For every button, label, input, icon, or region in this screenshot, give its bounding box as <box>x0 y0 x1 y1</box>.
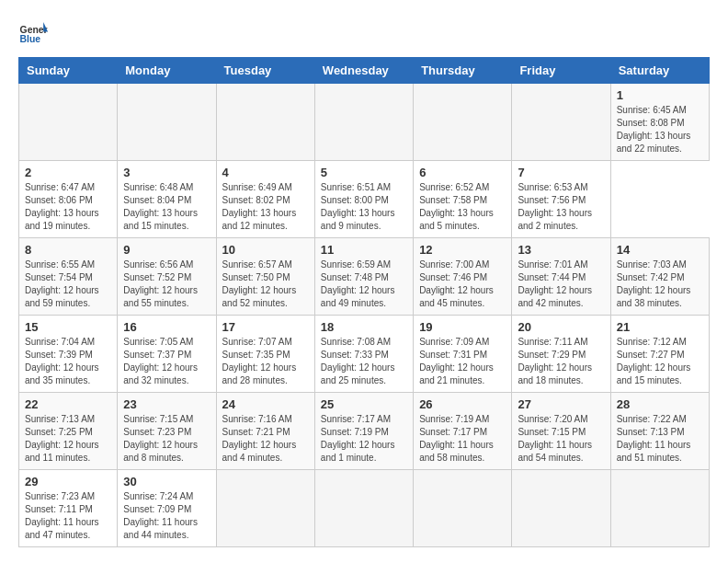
day-cell-13: 13Sunrise: 7:01 AMSunset: 7:44 PMDayligh… <box>512 238 610 316</box>
day-number: 6 <box>419 166 506 179</box>
day-cell-12: 12Sunrise: 7:00 AMSunset: 7:46 PMDayligh… <box>414 238 512 316</box>
day-cell-30: 30Sunrise: 7:24 AMSunset: 7:09 PMDayligh… <box>118 470 216 547</box>
day-info: Sunrise: 7:20 AMSunset: 7:15 PMDaylight:… <box>518 413 604 465</box>
day-number: 26 <box>419 397 506 411</box>
day-info: Sunrise: 7:04 AMSunset: 7:39 PMDaylight:… <box>25 336 111 387</box>
empty-cell <box>118 84 216 161</box>
day-number: 3 <box>123 166 210 179</box>
calendar-week-4: 15Sunrise: 7:04 AMSunset: 7:39 PMDayligh… <box>19 316 710 393</box>
day-number: 25 <box>321 397 407 411</box>
day-cell-28: 28Sunrise: 7:22 AMSunset: 7:13 PMDayligh… <box>610 393 709 470</box>
day-cell-2: 2Sunrise: 6:47 AMSunset: 8:06 PMDaylight… <box>19 161 118 238</box>
day-number: 28 <box>617 397 703 411</box>
day-info: Sunrise: 7:09 AMSunset: 7:31 PMDaylight:… <box>419 336 506 387</box>
empty-cell <box>19 84 118 161</box>
empty-cell <box>512 470 610 547</box>
col-header-tuesday: Tuesday <box>216 58 314 84</box>
day-number: 19 <box>419 320 506 334</box>
day-info: Sunrise: 6:48 AMSunset: 8:04 PMDaylight:… <box>123 181 210 233</box>
day-cell-6: 6Sunrise: 6:52 AMSunset: 7:58 PMDaylight… <box>414 161 512 238</box>
day-cell-26: 26Sunrise: 7:19 AMSunset: 7:17 PMDayligh… <box>414 393 512 470</box>
day-cell-3: 3Sunrise: 6:48 AMSunset: 8:04 PMDaylight… <box>118 161 216 238</box>
day-cell-15: 15Sunrise: 7:04 AMSunset: 7:39 PMDayligh… <box>19 316 118 393</box>
day-info: Sunrise: 7:16 AMSunset: 7:21 PMDaylight:… <box>222 413 309 465</box>
day-cell-10: 10Sunrise: 6:57 AMSunset: 7:50 PMDayligh… <box>216 238 314 316</box>
day-number: 10 <box>222 243 309 257</box>
empty-cell <box>216 84 314 161</box>
day-info: Sunrise: 6:57 AMSunset: 7:50 PMDaylight:… <box>222 259 309 310</box>
day-number: 1 <box>617 88 703 102</box>
day-info: Sunrise: 7:24 AMSunset: 7:09 PMDaylight:… <box>123 490 210 542</box>
col-header-wednesday: Wednesday <box>314 58 413 84</box>
day-number: 27 <box>518 397 604 411</box>
day-cell-24: 24Sunrise: 7:16 AMSunset: 7:21 PMDayligh… <box>216 393 314 470</box>
empty-cell <box>610 470 709 547</box>
day-cell-22: 22Sunrise: 7:13 AMSunset: 7:25 PMDayligh… <box>19 393 118 470</box>
day-cell-20: 20Sunrise: 7:11 AMSunset: 7:29 PMDayligh… <box>512 316 610 393</box>
day-info: Sunrise: 7:05 AMSunset: 7:37 PMDaylight:… <box>123 336 210 387</box>
svg-text:Blue: Blue <box>20 34 41 44</box>
empty-cell <box>314 84 413 161</box>
calendar-week-5: 22Sunrise: 7:13 AMSunset: 7:25 PMDayligh… <box>19 393 710 470</box>
day-number: 2 <box>25 166 111 179</box>
day-cell-27: 27Sunrise: 7:20 AMSunset: 7:15 PMDayligh… <box>512 393 610 470</box>
empty-cell <box>314 470 413 547</box>
day-number: 12 <box>419 243 506 257</box>
day-info: Sunrise: 7:23 AMSunset: 7:11 PMDaylight:… <box>25 490 111 542</box>
calendar-header-row: SundayMondayTuesdayWednesdayThursdayFrid… <box>19 58 710 84</box>
day-cell-18: 18Sunrise: 7:08 AMSunset: 7:33 PMDayligh… <box>314 316 413 393</box>
day-cell-1: 1Sunrise: 6:45 AMSunset: 8:08 PMDaylight… <box>610 84 709 161</box>
day-number: 23 <box>123 397 210 411</box>
day-cell-29: 29Sunrise: 7:23 AMSunset: 7:11 PMDayligh… <box>19 470 118 547</box>
day-info: Sunrise: 6:59 AMSunset: 7:48 PMDaylight:… <box>321 259 407 310</box>
calendar-week-2: 2Sunrise: 6:47 AMSunset: 8:06 PMDaylight… <box>19 161 710 238</box>
day-number: 14 <box>617 243 703 257</box>
logo-icon: General Blue <box>18 18 48 48</box>
day-number: 22 <box>25 397 111 411</box>
day-cell-23: 23Sunrise: 7:15 AMSunset: 7:23 PMDayligh… <box>118 393 216 470</box>
day-number: 5 <box>321 166 407 179</box>
empty-cell <box>414 470 512 547</box>
empty-cell <box>414 84 512 161</box>
day-info: Sunrise: 7:01 AMSunset: 7:44 PMDaylight:… <box>518 259 604 310</box>
day-number: 16 <box>123 320 210 334</box>
day-number: 29 <box>25 475 111 488</box>
day-number: 18 <box>321 320 407 334</box>
empty-cell <box>512 84 610 161</box>
day-info: Sunrise: 6:51 AMSunset: 8:00 PMDaylight:… <box>321 181 407 233</box>
day-cell-9: 9Sunrise: 6:56 AMSunset: 7:52 PMDaylight… <box>118 238 216 316</box>
calendar-table: SundayMondayTuesdayWednesdayThursdayFrid… <box>18 57 710 547</box>
day-number: 11 <box>321 243 407 257</box>
day-number: 17 <box>222 320 309 334</box>
col-header-friday: Friday <box>512 58 610 84</box>
day-number: 20 <box>518 320 604 334</box>
day-info: Sunrise: 7:19 AMSunset: 7:17 PMDaylight:… <box>419 413 506 465</box>
col-header-thursday: Thursday <box>414 58 512 84</box>
calendar-week-1: 1Sunrise: 6:45 AMSunset: 8:08 PMDaylight… <box>19 84 710 161</box>
day-info: Sunrise: 6:45 AMSunset: 8:08 PMDaylight:… <box>617 104 703 155</box>
day-info: Sunrise: 7:08 AMSunset: 7:33 PMDaylight:… <box>321 336 407 387</box>
day-number: 21 <box>617 320 703 334</box>
day-info: Sunrise: 7:13 AMSunset: 7:25 PMDaylight:… <box>25 413 111 465</box>
day-info: Sunrise: 7:07 AMSunset: 7:35 PMDaylight:… <box>222 336 309 387</box>
day-info: Sunrise: 6:49 AMSunset: 8:02 PMDaylight:… <box>222 181 309 233</box>
col-header-saturday: Saturday <box>610 58 709 84</box>
empty-cell <box>216 470 314 547</box>
page-header: General Blue <box>18 18 710 48</box>
day-info: Sunrise: 6:52 AMSunset: 7:58 PMDaylight:… <box>419 181 506 233</box>
col-header-monday: Monday <box>118 58 216 84</box>
day-cell-11: 11Sunrise: 6:59 AMSunset: 7:48 PMDayligh… <box>314 238 413 316</box>
day-info: Sunrise: 7:22 AMSunset: 7:13 PMDaylight:… <box>617 413 703 465</box>
day-info: Sunrise: 6:55 AMSunset: 7:54 PMDaylight:… <box>25 259 111 310</box>
day-info: Sunrise: 6:56 AMSunset: 7:52 PMDaylight:… <box>123 259 210 310</box>
day-cell-8: 8Sunrise: 6:55 AMSunset: 7:54 PMDaylight… <box>19 238 118 316</box>
day-cell-16: 16Sunrise: 7:05 AMSunset: 7:37 PMDayligh… <box>118 316 216 393</box>
day-info: Sunrise: 6:53 AMSunset: 7:56 PMDaylight:… <box>518 181 604 233</box>
day-number: 9 <box>123 243 210 257</box>
day-info: Sunrise: 7:03 AMSunset: 7:42 PMDaylight:… <box>617 259 703 310</box>
calendar-week-6: 29Sunrise: 7:23 AMSunset: 7:11 PMDayligh… <box>19 470 710 547</box>
col-header-sunday: Sunday <box>19 58 118 84</box>
day-cell-14: 14Sunrise: 7:03 AMSunset: 7:42 PMDayligh… <box>610 238 709 316</box>
calendar-week-3: 8Sunrise: 6:55 AMSunset: 7:54 PMDaylight… <box>19 238 710 316</box>
logo: General Blue <box>18 18 48 48</box>
